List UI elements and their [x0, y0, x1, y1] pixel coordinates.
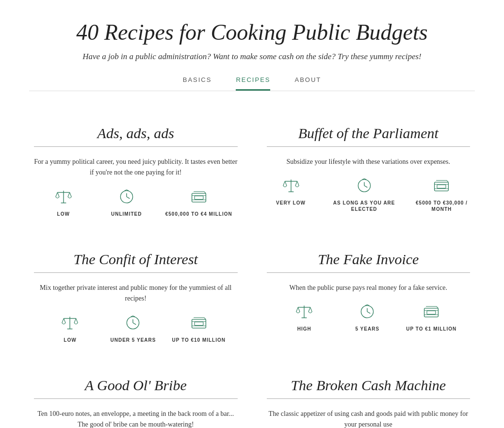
- stat-label: €5000 TO €30,000 / MONTH: [413, 200, 470, 212]
- recipe-card-1: Buffet of the Parliament Subsidize your …: [252, 111, 485, 237]
- stat-item: UP TO €1 MILLION: [406, 303, 456, 332]
- scale-icon: [46, 314, 94, 334]
- recipe-card-0: Ads, ads, ads For a yummy political care…: [19, 111, 252, 237]
- recipe-description: Ten 100-euro notes, an enveloppe, a meet…: [34, 409, 238, 428]
- divider: [34, 146, 238, 147]
- clock-icon: [124, 314, 142, 332]
- stat-item: UP TO €10 MILLION: [172, 314, 226, 343]
- recipe-card-5: The Broken Cash Machine The classic appe…: [252, 363, 485, 428]
- stat-item: UNLIMITED: [102, 188, 151, 217]
- recipe-title: A Good Ol' Bribe: [34, 377, 238, 394]
- svg-rect-16: [435, 182, 449, 191]
- stat-label: UNDER 5 YEARS: [109, 337, 157, 343]
- stat-item: HIGH: [280, 303, 328, 332]
- recipe-card-4: A Good Ol' Bribe Ten 100-euro notes, an …: [19, 363, 252, 428]
- nav-recipes[interactable]: RECIPES: [236, 76, 270, 91]
- recipe-card-2: The Confit of Interest Mix together priv…: [19, 237, 252, 363]
- stat-label: UNLIMITED: [102, 211, 151, 217]
- scale-icon: [55, 188, 72, 206]
- recipe-title: The Broken Cash Machine: [267, 377, 471, 394]
- stat-item: €5000 TO €30,000 / MONTH: [413, 177, 470, 212]
- clock-icon: [118, 188, 135, 206]
- svg-rect-7: [195, 196, 203, 199]
- page-title: 40 Recipes for Cooking Public Budgets: [10, 19, 494, 45]
- recipe-description: Subsidize your lifestyle with these vari…: [267, 157, 471, 167]
- svg-rect-26: [192, 319, 206, 328]
- money-icon: [413, 177, 470, 197]
- svg-line-5: [127, 197, 130, 199]
- recipe-description: Mix together private interest and public…: [34, 283, 238, 304]
- stat-label: VERY LOW: [267, 200, 315, 206]
- clock-icon: [102, 188, 151, 208]
- recipe-description: The classic appetizer of using cash and …: [267, 409, 471, 428]
- money-icon: [433, 177, 450, 194]
- svg-rect-36: [424, 308, 439, 317]
- stat-item: VERY LOW: [267, 177, 315, 206]
- svg-rect-37: [427, 311, 436, 314]
- stats-row: HIGH 5 YEARS UP TO €1 MILLION: [267, 303, 471, 332]
- svg-line-25: [133, 323, 136, 325]
- stat-item: AS LONG AS YOU ARE ELECTED: [330, 177, 399, 212]
- money-icon: [165, 188, 232, 208]
- clock-icon: [109, 314, 157, 334]
- clock-icon: [358, 303, 376, 320]
- scale-icon: [267, 177, 315, 197]
- scale-icon: [295, 303, 313, 320]
- stat-label: AS LONG AS YOU ARE ELECTED: [330, 200, 399, 212]
- stat-item: €500,000 TO €4 MILLION: [165, 188, 232, 217]
- scale-icon: [282, 177, 300, 194]
- svg-line-35: [367, 312, 370, 314]
- stat-label: LOW: [46, 337, 94, 343]
- clock-icon: [330, 177, 399, 197]
- svg-rect-6: [192, 193, 206, 202]
- stats-row: LOW UNDER 5 YEARS UP TO €10 MILLION: [34, 314, 238, 343]
- scale-icon: [280, 303, 328, 323]
- clock-icon: [356, 177, 373, 194]
- stat-item: UNDER 5 YEARS: [109, 314, 157, 343]
- recipe-title: The Fake Invoice: [267, 251, 471, 268]
- recipe-title: Ads, ads, ads: [34, 125, 238, 142]
- stats-row: LOW UNLIMITED €500,000 TO €4 MILLION: [34, 188, 238, 217]
- divider: [267, 398, 471, 399]
- stat-item: 5 YEARS: [343, 303, 391, 332]
- stat-label: 5 YEARS: [343, 326, 391, 332]
- recipe-title: Buffet of the Parliament: [267, 125, 471, 142]
- money-icon: [190, 314, 208, 332]
- stats-row: VERY LOW AS LONG AS YOU ARE ELECTED €500…: [267, 177, 471, 212]
- svg-rect-17: [437, 185, 446, 189]
- nav-basics[interactable]: BASICS: [183, 76, 212, 91]
- page-header: 40 Recipes for Cooking Public Budgets Ha…: [0, 0, 504, 101]
- recipe-description: For a yummy political career, you need j…: [34, 157, 238, 178]
- stat-label: UP TO €10 MILLION: [172, 337, 226, 343]
- recipe-description: When the public purse pays real money fo…: [267, 283, 471, 293]
- recipe-card-3: The Fake Invoice When the public purse p…: [252, 237, 485, 363]
- stat-item: LOW: [46, 314, 94, 343]
- stat-item: LOW: [39, 188, 88, 217]
- svg-line-15: [364, 186, 367, 188]
- main-nav: BASICS RECIPES ABOUT: [29, 66, 475, 91]
- svg-rect-27: [195, 322, 203, 325]
- stat-label: LOW: [39, 211, 88, 217]
- recipes-grid: Ads, ads, ads For a yummy political care…: [0, 101, 504, 428]
- money-icon: [406, 303, 456, 323]
- recipe-title: The Confit of Interest: [34, 251, 238, 268]
- stat-label: UP TO €1 MILLION: [406, 326, 456, 332]
- divider: [34, 272, 238, 273]
- stat-label: HIGH: [280, 326, 328, 332]
- divider: [267, 272, 471, 273]
- divider: [34, 398, 238, 399]
- money-icon: [423, 303, 440, 320]
- scale-icon: [61, 314, 79, 332]
- divider: [267, 146, 471, 147]
- scale-icon: [39, 188, 88, 208]
- page-subtitle: Have a job in a public administration? W…: [10, 52, 494, 62]
- money-icon: [172, 314, 226, 334]
- nav-about[interactable]: ABOUT: [294, 76, 321, 91]
- clock-icon: [343, 303, 391, 323]
- money-icon: [190, 188, 208, 206]
- stat-label: €500,000 TO €4 MILLION: [165, 211, 232, 217]
